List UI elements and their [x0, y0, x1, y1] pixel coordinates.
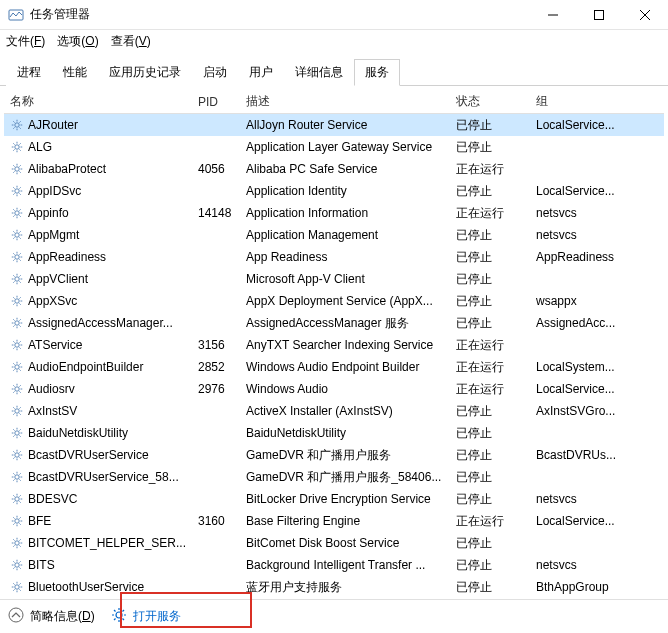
- svg-line-221: [114, 619, 116, 621]
- tab-3[interactable]: 启动: [192, 59, 238, 86]
- cell-description: 蓝牙用户支持服务: [240, 579, 450, 596]
- menubar: 文件(F) 选项(O) 查看(V): [0, 30, 668, 52]
- gear-icon: [10, 228, 24, 242]
- column-header-status[interactable]: 状态: [450, 93, 530, 110]
- cell-status: 已停止: [450, 535, 530, 552]
- svg-line-192: [19, 561, 20, 562]
- service-name: BcastDVRUserService: [28, 448, 149, 462]
- cell-status: 已停止: [450, 403, 530, 420]
- service-row[interactable]: BcastDVRUserService_58...GameDVR 和广播用户服务…: [4, 466, 664, 488]
- cell-description: Windows Audio: [240, 382, 450, 396]
- gear-icon: [10, 558, 24, 572]
- service-row[interactable]: AppVClientMicrosoft App-V Client已停止: [4, 268, 664, 290]
- service-row[interactable]: AJRouterAllJoyn Router Service已停止LocalSe…: [4, 114, 664, 136]
- svg-point-194: [15, 585, 19, 589]
- service-row[interactable]: AppIDSvcApplication Identity已停止LocalServ…: [4, 180, 664, 202]
- svg-line-102: [19, 341, 20, 342]
- column-header-group[interactable]: 组: [530, 93, 640, 110]
- cell-group: LocalService...: [530, 514, 640, 528]
- tab-2[interactable]: 应用历史记录: [98, 59, 192, 86]
- cell-status: 已停止: [450, 183, 530, 200]
- svg-line-138: [19, 429, 20, 430]
- service-row[interactable]: AxInstSVActiveX Installer (AxInstSV)已停止A…: [4, 400, 664, 422]
- service-row[interactable]: BDESVCBitLocker Drive Encryption Service…: [4, 488, 664, 510]
- cell-pid: 2976: [192, 382, 240, 396]
- cell-name: BDESVC: [4, 492, 192, 506]
- tab-0[interactable]: 进程: [6, 59, 52, 86]
- svg-line-48: [19, 209, 20, 210]
- gear-icon: [10, 316, 24, 330]
- svg-line-173: [19, 523, 20, 524]
- cell-description: Windows Audio Endpoint Builder: [240, 360, 450, 374]
- cell-name: BFE: [4, 514, 192, 528]
- column-header-pid[interactable]: PID: [192, 95, 240, 109]
- service-name: AppMgmt: [28, 228, 79, 242]
- service-row[interactable]: AssignedAccessManager...AssignedAccessMa…: [4, 312, 664, 334]
- minimize-button[interactable]: [530, 0, 576, 30]
- service-row[interactable]: ALGApplication Layer Gateway Service已停止: [4, 136, 664, 158]
- service-row[interactable]: BITCOMET_HELPER_SER...BitComet Disk Boos…: [4, 532, 664, 554]
- service-row[interactable]: AppXSvcAppX Deployment Service (AppX...已…: [4, 290, 664, 312]
- menu-options[interactable]: 选项(O): [57, 33, 98, 50]
- service-row[interactable]: AppReadinessApp Readiness已停止AppReadiness: [4, 246, 664, 268]
- maximize-button[interactable]: [576, 0, 622, 30]
- svg-line-155: [19, 479, 20, 480]
- svg-line-172: [13, 517, 14, 518]
- cell-name: BluetoothUserService: [4, 580, 192, 594]
- svg-line-163: [13, 495, 14, 496]
- service-row[interactable]: Audiosrv2976Windows Audio正在运行LocalServic…: [4, 378, 664, 400]
- svg-line-121: [13, 391, 14, 392]
- gear-icon: [10, 184, 24, 198]
- service-row[interactable]: AlibabaProtect4056Alibaba PC Safe Servic…: [4, 158, 664, 180]
- service-row[interactable]: BaiduNetdiskUtilityBaiduNetdiskUtility已停…: [4, 422, 664, 444]
- tab-6[interactable]: 服务: [354, 59, 400, 86]
- service-name: AssignedAccessManager...: [28, 316, 173, 330]
- service-row[interactable]: AppMgmtApplication Management已停止netsvcs: [4, 224, 664, 246]
- menu-view[interactable]: 查看(V): [111, 33, 151, 50]
- open-services-link[interactable]: 打开服务: [111, 607, 181, 626]
- cell-status: 已停止: [450, 315, 530, 332]
- cell-description: Microsoft App-V Client: [240, 272, 450, 286]
- svg-point-122: [15, 409, 19, 413]
- tab-1[interactable]: 性能: [52, 59, 98, 86]
- svg-line-200: [19, 589, 20, 590]
- service-name: BITS: [28, 558, 55, 572]
- svg-line-220: [122, 610, 124, 612]
- svg-line-22: [13, 149, 14, 150]
- service-row[interactable]: BITSBackground Intelligent Transfer ...已…: [4, 554, 664, 576]
- svg-line-29: [19, 171, 20, 172]
- cell-group: LocalSystem...: [530, 360, 640, 374]
- svg-line-46: [13, 209, 14, 210]
- svg-line-40: [13, 193, 14, 194]
- svg-line-30: [19, 165, 20, 166]
- svg-line-191: [19, 567, 20, 568]
- cell-name: AppMgmt: [4, 228, 192, 242]
- svg-point-86: [15, 321, 19, 325]
- svg-line-28: [13, 165, 14, 166]
- service-row[interactable]: ATService3156AnyTXT Searcher Indexing Se…: [4, 334, 664, 356]
- service-row[interactable]: AudioEndpointBuilder2852Windows Audio En…: [4, 356, 664, 378]
- svg-line-84: [19, 297, 20, 298]
- close-button[interactable]: [622, 0, 668, 30]
- service-row[interactable]: BcastDVRUserServiceGameDVR 和广播用户服务已停止Bca…: [4, 444, 664, 466]
- column-header-name[interactable]: 名称: [4, 93, 192, 110]
- menu-file[interactable]: 文件(F): [6, 33, 45, 50]
- svg-line-175: [13, 523, 14, 524]
- fewer-details-button[interactable]: 简略信息(D): [8, 607, 95, 626]
- service-row[interactable]: Appinfo14148Application Information正在运行n…: [4, 202, 664, 224]
- service-row[interactable]: BFE3160Base Filtering Engine正在运行LocalSer…: [4, 510, 664, 532]
- cell-description: Application Information: [240, 206, 450, 220]
- cell-pid: 4056: [192, 162, 240, 176]
- column-header-description[interactable]: 描述: [240, 93, 450, 110]
- tab-5[interactable]: 详细信息: [284, 59, 354, 86]
- cell-name: AppReadiness: [4, 250, 192, 264]
- cell-description: Application Layer Gateway Service: [240, 140, 450, 154]
- gear-icon: [10, 162, 24, 176]
- service-row[interactable]: BluetoothUserService蓝牙用户支持服务已停止BthAppGro…: [4, 576, 664, 598]
- tab-4[interactable]: 用户: [238, 59, 284, 86]
- cell-description: Background Intelligent Transfer ...: [240, 558, 450, 572]
- cell-group: AppReadiness: [530, 250, 640, 264]
- service-name: AudioEndpointBuilder: [28, 360, 143, 374]
- svg-point-14: [15, 145, 19, 149]
- cell-status: 已停止: [450, 491, 530, 508]
